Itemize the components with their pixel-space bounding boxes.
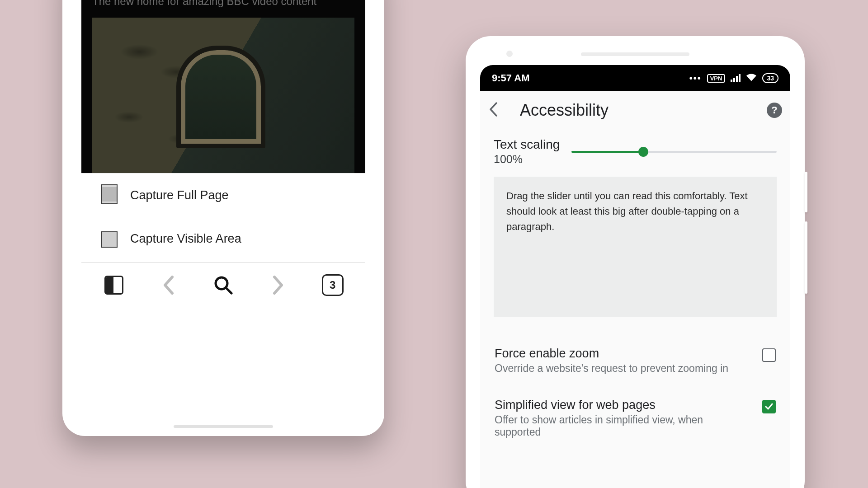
text-scaling-slider[interactable] [571,145,777,158]
panel-toggle-button[interactable] [100,272,127,299]
tabs-button[interactable]: 3 [319,272,346,299]
force-zoom-title: Force enable zoom [495,347,753,361]
wifi-icon [746,72,757,84]
home-indicator [174,425,273,428]
side-button [805,172,807,212]
page-title: Accessibility [520,101,609,120]
slider-thumb[interactable] [638,147,648,157]
force-zoom-subtitle: Override a website's request to prevent … [495,362,730,375]
back-button[interactable] [488,102,498,119]
speaker-grille [581,52,689,56]
settings-content: Text scaling 100% Drag the slider until … [480,129,790,450]
search-button[interactable] [210,272,237,299]
capture-full-page-label: Capture Full Page [130,188,229,202]
browser-page-bbc: B B C REEL Visit Reel The new home for a… [81,0,365,173]
video-thumbnail[interactable] [92,18,354,173]
simplified-view-row[interactable]: Simplified view for web pages Offer to s… [494,386,777,450]
help-icon: ? [771,104,777,116]
force-zoom-checkbox[interactable] [762,348,776,362]
force-enable-zoom-row[interactable]: Force enable zoom Override a website's r… [494,335,777,386]
cellular-signal-icon [731,74,741,82]
capture-bottom-sheet: Capture Full Page Capture Visible Area [81,173,365,414]
capture-full-page-item[interactable]: Capture Full Page [81,174,365,217]
front-camera [506,51,513,57]
simplified-view-title: Simplified view for web pages [495,398,753,412]
back-button[interactable] [155,272,182,299]
capture-visible-area-label: Capture Visible Area [130,232,241,246]
text-scaling-preview: Drag the slider until you can read this … [494,177,777,317]
panel-icon [104,276,123,295]
text-scaling-label: Text scaling [494,137,560,152]
help-button[interactable]: ? [767,103,782,118]
simplified-view-subtitle: Offer to show articles in simplified vie… [495,414,730,438]
browser-bottom-bar: 3 [81,263,365,307]
capture-visible-area-item[interactable]: Capture Visible Area [81,217,365,260]
phone-mockup-left: B B C REEL Visit Reel The new home for a… [62,0,384,436]
phone-mockup-right: 9:57 AM ••• VPN 33 Accessibility ? [466,36,805,488]
text-scaling-row: Text scaling 100% [494,137,777,166]
phone-right-screen: 9:57 AM ••• VPN 33 Accessibility ? [480,65,790,488]
simplified-view-checkbox[interactable] [762,400,776,413]
side-button [805,221,807,294]
full-page-icon [99,186,118,204]
more-status-icon: ••• [689,73,702,84]
vpn-badge: VPN [707,74,726,83]
slider-track-fill [571,151,643,153]
status-time: 9:57 AM [492,72,530,84]
battery-indicator: 33 [762,73,778,83]
app-bar: Accessibility ? [480,91,790,129]
bbc-subtitle: The new home for amazing BBC video conte… [92,0,316,8]
phone-left-screen: B B C REEL Visit Reel The new home for a… [81,0,365,414]
forward-button[interactable] [264,272,292,299]
tabs-count-badge: 3 [322,274,344,296]
visible-area-icon [99,230,118,248]
text-scaling-value: 100% [494,153,560,166]
status-bar: 9:57 AM ••• VPN 33 [480,65,790,91]
